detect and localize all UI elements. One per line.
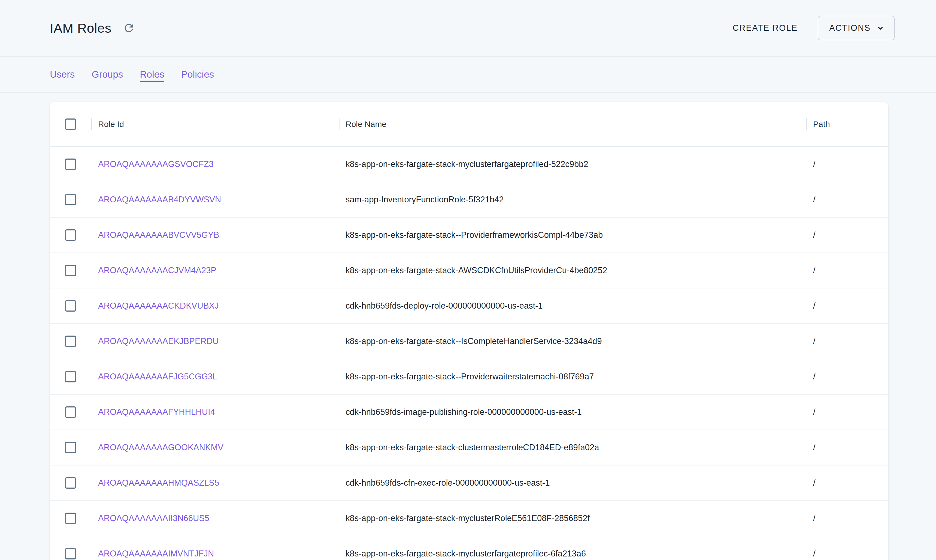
role-path-text: / [813, 549, 816, 558]
role-id-link[interactable]: AROAQAAAAAAAGOOKANKMV [98, 443, 223, 452]
table-body: AROAQAAAAAAAGSVOCFZ3 k8s-app-on-eks-farg… [50, 147, 888, 560]
role-name-text: cdk-hnb659fds-deploy-role-000000000000-u… [345, 301, 543, 311]
role-name-text: cdk-hnb659fds-image-publishing-role-0000… [345, 407, 582, 417]
row-checkbox[interactable] [65, 477, 76, 489]
row-checkbox[interactable] [65, 442, 76, 453]
table-row: AROAQAAAAAAABVCVV5GYB k8s-app-on-eks-far… [50, 218, 888, 253]
role-name-text: k8s-app-on-eks-fargate-stack--Providerwa… [345, 372, 594, 382]
column-separator [339, 118, 340, 130]
row-checkbox[interactable] [65, 512, 76, 524]
role-path-text: / [813, 301, 816, 311]
row-checkbox[interactable] [65, 158, 76, 170]
role-path-text: / [813, 372, 816, 382]
role-path-text: / [813, 230, 816, 240]
table-row: AROAQAAAAAAAHMQASZLS5 cdk-hnb659fds-cfn-… [50, 466, 888, 501]
role-path-text: / [813, 514, 816, 523]
table-row: AROAQAAAAAAACJVM4A23P k8s-app-on-eks-far… [50, 253, 888, 288]
role-name-text: k8s-app-on-eks-fargate-stack-myclusterfa… [345, 159, 588, 169]
role-id-link[interactable]: AROAQAAAAAAAIMVNTJFJN [98, 549, 214, 558]
column-separator [806, 118, 807, 130]
role-path-text: / [813, 266, 816, 275]
row-checkbox[interactable] [65, 548, 76, 560]
role-name-text: k8s-app-on-eks-fargate-stack-clustermast… [345, 443, 599, 452]
path-header-cell: Path [806, 118, 888, 130]
role-id-link[interactable]: AROAQAAAAAAACJVM4A23P [98, 266, 216, 275]
table-row: AROAQAAAAAAAGOOKANKMV k8s-app-on-eks-far… [50, 430, 888, 466]
page-title: IAM Roles [50, 21, 111, 36]
role-path-text: / [813, 195, 816, 205]
tab-roles[interactable]: Roles [140, 69, 164, 80]
column-separator [91, 118, 92, 130]
select-all-checkbox[interactable] [65, 118, 76, 130]
iam-tabs: Users Groups Roles Policies [0, 57, 936, 92]
role-path-text: / [813, 336, 816, 346]
create-role-button[interactable]: CREATE ROLE [730, 23, 800, 33]
table-row: AROAQAAAAAAACKDKVUBXJ cdk-hnb659fds-depl… [50, 288, 888, 324]
path-column-header: Path [813, 120, 830, 129]
role-id-link[interactable]: AROAQAAAAAAAB4DYVWSVN [98, 195, 221, 205]
row-checkbox[interactable] [65, 335, 76, 347]
role-path-text: / [813, 407, 816, 417]
table-row: AROAQAAAAAAAEKJBPERDU k8s-app-on-eks-far… [50, 324, 888, 359]
table-row: AROAQAAAAAAAII3N66US5 k8s-app-on-eks-far… [50, 501, 888, 536]
page-header: IAM Roles CREATE ROLE ACTIONS [0, 0, 936, 57]
actions-button-label: ACTIONS [829, 23, 871, 33]
row-checkbox[interactable] [65, 229, 76, 241]
role-id-link[interactable]: AROAQAAAAAAAGSVOCFZ3 [98, 159, 214, 169]
row-checkbox[interactable] [65, 371, 76, 382]
table-row: AROAQAAAAAAAFYHHLHUI4 cdk-hnb659fds-imag… [50, 395, 888, 430]
role-name-text: cdk-hnb659fds-cfn-exec-role-000000000000… [345, 478, 550, 488]
row-checkbox[interactable] [65, 194, 76, 205]
content-area: Role Id Role Name Path AROAQAAAAAAAGSVOC… [0, 92, 936, 560]
role-name-text: k8s-app-on-eks-fargate-stack--Providerfr… [345, 230, 603, 240]
role-name-text: sam-app-InventoryFunctionRole-5f321b42 [345, 195, 504, 205]
tab-policies[interactable]: Policies [181, 69, 214, 80]
role-id-link[interactable]: AROAQAAAAAAAEKJBPERDU [98, 336, 219, 346]
refresh-icon [123, 22, 135, 34]
row-checkbox[interactable] [65, 265, 76, 276]
role-path-text: / [813, 159, 816, 169]
chevron-down-icon [876, 24, 885, 32]
role-id-link[interactable]: AROAQAAAAAAACKDKVUBXJ [98, 301, 219, 311]
row-checkbox[interactable] [65, 406, 76, 418]
select-all-cell [50, 118, 91, 130]
role-id-link[interactable]: AROAQAAAAAAAII3N66US5 [98, 514, 209, 523]
refresh-button[interactable] [121, 20, 137, 36]
role-path-text: / [813, 443, 816, 452]
roles-table-card: Role Id Role Name Path AROAQAAAAAAAGSVOC… [50, 102, 888, 560]
row-checkbox[interactable] [65, 300, 76, 312]
tab-groups[interactable]: Groups [92, 69, 123, 80]
table-header-row: Role Id Role Name Path [50, 102, 888, 147]
header-actions: CREATE ROLE ACTIONS [730, 16, 894, 40]
role-id-link[interactable]: AROAQAAAAAAAHMQASZLS5 [98, 478, 219, 488]
table-row: AROAQAAAAAAAFJG5CGG3L k8s-app-on-eks-far… [50, 359, 888, 395]
role-path-text: / [813, 478, 816, 488]
role-name-text: k8s-app-on-eks-fargate-stack-AWSCDKCfnUt… [345, 266, 607, 275]
role-name-text: k8s-app-on-eks-fargate-stack-myclusterfa… [345, 549, 586, 558]
role-id-header-cell: Role Id [91, 118, 339, 130]
tab-users[interactable]: Users [50, 69, 75, 80]
table-row: AROAQAAAAAAAIMVNTJFJN k8s-app-on-eks-far… [50, 536, 888, 560]
role-id-link[interactable]: AROAQAAAAAAABVCVV5GYB [98, 230, 219, 240]
table-row: AROAQAAAAAAAGSVOCFZ3 k8s-app-on-eks-farg… [50, 147, 888, 182]
role-id-link[interactable]: AROAQAAAAAAAFYHHLHUI4 [98, 407, 215, 417]
role-name-text: k8s-app-on-eks-fargate-stack-myclusterRo… [345, 514, 590, 523]
actions-button[interactable]: ACTIONS [818, 16, 894, 40]
role-name-text: k8s-app-on-eks-fargate-stack--IsComplete… [345, 336, 602, 346]
role-id-column-header: Role Id [98, 120, 124, 129]
role-name-header-cell: Role Name [339, 118, 806, 130]
role-name-column-header: Role Name [345, 120, 386, 129]
table-row: AROAQAAAAAAAB4DYVWSVN sam-app-InventoryF… [50, 182, 888, 218]
role-id-link[interactable]: AROAQAAAAAAAFJG5CGG3L [98, 372, 217, 382]
